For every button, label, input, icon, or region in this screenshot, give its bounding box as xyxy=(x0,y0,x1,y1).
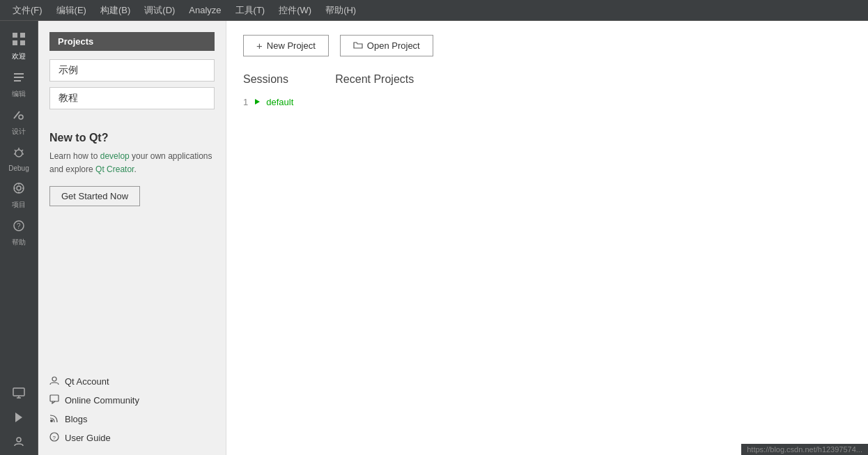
svg-point-16 xyxy=(14,183,24,193)
new-project-icon: + xyxy=(256,40,263,52)
svg-point-27 xyxy=(17,438,21,442)
menubar: 文件(F) 编辑(E) 构建(B) 调试(D) Analyze 工具(T) 控件… xyxy=(0,0,868,21)
svg-rect-29 xyxy=(50,395,59,401)
debug-icon xyxy=(13,146,25,162)
sidebar-item-debug[interactable]: Debug xyxy=(1,142,36,176)
menu-help[interactable]: 帮助(H) xyxy=(318,1,363,20)
right-panel: + New Project Open Project Sessions xyxy=(226,21,868,455)
qt-creator-link[interactable]: Qt Creator xyxy=(95,164,134,174)
svg-rect-23 xyxy=(13,388,24,396)
svg-text:?: ? xyxy=(17,222,21,230)
link-user-guide[interactable]: ? User Guide xyxy=(49,432,215,444)
session-name[interactable]: default xyxy=(266,97,293,107)
sidebar-item-project[interactable]: 项目 xyxy=(1,178,36,214)
sidebar-item-help[interactable]: ? 帮助 xyxy=(1,215,36,252)
open-project-icon xyxy=(353,40,363,51)
menu-analyze[interactable]: Analyze xyxy=(182,2,228,18)
svg-rect-2 xyxy=(13,40,17,45)
open-project-button[interactable]: Open Project xyxy=(340,35,433,56)
svg-line-12 xyxy=(22,150,23,151)
sidebar-item-design[interactable]: 设计 xyxy=(1,105,36,141)
left-panel: Projects 示例 教程 New to Qt? Learn how to d… xyxy=(38,21,226,455)
status-bar: https://blog.csdn.net/h12397574... xyxy=(741,444,868,455)
main-layout: 欢迎 编辑 设计 xyxy=(0,21,868,455)
run-icon xyxy=(14,412,24,426)
user-icon xyxy=(13,436,24,451)
link-qt-account[interactable]: Qt Account xyxy=(49,376,215,387)
monitor-icon xyxy=(13,387,25,402)
icon-sidebar: 欢迎 编辑 设计 xyxy=(0,21,38,455)
svg-rect-3 xyxy=(20,40,25,45)
svg-point-15 xyxy=(17,186,21,190)
sidebar-item-welcome[interactable]: 欢迎 xyxy=(1,28,36,65)
new-to-qt-section: New to Qt? Learn how to develop your own… xyxy=(49,132,215,206)
sidebar-item-run[interactable] xyxy=(1,408,36,431)
new-project-label: New Project xyxy=(267,40,316,51)
design-label: 设计 xyxy=(12,127,26,137)
menu-edit[interactable]: 编辑(E) xyxy=(49,1,93,20)
project-label: 项目 xyxy=(12,200,26,210)
projects-header: Projects xyxy=(49,32,215,51)
svg-marker-33 xyxy=(255,99,260,105)
menu-build[interactable]: 构建(B) xyxy=(93,1,137,20)
recent-projects-title: Recent Projects xyxy=(335,73,414,86)
new-to-qt-title: New to Qt? xyxy=(49,132,215,144)
sessions-section: Sessions 1 default xyxy=(243,73,293,110)
svg-rect-6 xyxy=(14,80,21,82)
svg-marker-26 xyxy=(15,412,22,422)
session-item: 1 default xyxy=(243,94,293,110)
right-top-actions: + New Project Open Project xyxy=(243,35,851,56)
svg-rect-1 xyxy=(20,33,25,38)
blogs-label: Blogs xyxy=(65,414,88,424)
project-icon xyxy=(13,182,25,198)
links-section: Qt Account Online Community xyxy=(49,362,215,444)
debug-label: Debug xyxy=(8,164,29,172)
recent-projects-section: Recent Projects xyxy=(335,73,414,110)
online-community-icon xyxy=(49,394,59,406)
svg-point-8 xyxy=(19,115,23,119)
svg-rect-0 xyxy=(13,33,17,38)
content-area: Projects 示例 教程 New to Qt? Learn how to d… xyxy=(38,21,868,455)
sidebar-item-monitor[interactable] xyxy=(1,383,36,406)
svg-rect-5 xyxy=(14,77,24,78)
status-url: https://blog.csdn.net/h12397574... xyxy=(747,445,862,454)
sections-row: Sessions 1 default Recent Projects xyxy=(243,73,851,110)
edit-icon xyxy=(13,71,25,87)
svg-line-11 xyxy=(15,150,16,151)
blogs-icon xyxy=(49,413,59,425)
welcome-label: 欢迎 xyxy=(12,52,26,61)
help-icon: ? xyxy=(13,219,25,236)
svg-point-28 xyxy=(52,377,56,381)
svg-text:?: ? xyxy=(53,435,56,441)
sessions-title: Sessions xyxy=(243,73,293,86)
user-guide-icon: ? xyxy=(49,432,59,444)
open-project-label: Open Project xyxy=(367,40,420,51)
qt-account-icon xyxy=(49,376,59,387)
sidebar-item-edit[interactable]: 编辑 xyxy=(1,67,36,103)
svg-point-30 xyxy=(50,419,53,422)
get-started-button[interactable]: Get Started Now xyxy=(49,186,140,206)
svg-rect-4 xyxy=(14,73,24,75)
menu-file[interactable]: 文件(F) xyxy=(6,1,49,20)
welcome-icon xyxy=(12,32,26,49)
menu-controls[interactable]: 控件(W) xyxy=(272,1,318,20)
sidebar-item-user[interactable] xyxy=(1,432,36,455)
new-project-button[interactable]: + New Project xyxy=(243,35,329,56)
develop-link[interactable]: develop xyxy=(100,151,130,161)
design-icon xyxy=(13,109,25,125)
menu-tools[interactable]: 工具(T) xyxy=(228,1,272,20)
link-blogs[interactable]: Blogs xyxy=(49,413,215,425)
new-to-qt-desc: Learn how to develop your own applicatio… xyxy=(49,150,215,176)
menu-debug[interactable]: 调试(D) xyxy=(137,1,182,20)
session-play-icon xyxy=(254,98,261,107)
help-label: 帮助 xyxy=(12,238,26,247)
project-item-tutorials[interactable]: 教程 xyxy=(49,87,215,109)
project-item-examples[interactable]: 示例 xyxy=(49,59,215,82)
qt-account-label: Qt Account xyxy=(65,376,109,387)
link-online-community[interactable]: Online Community xyxy=(49,394,215,406)
online-community-label: Online Community xyxy=(65,395,139,406)
user-guide-label: User Guide xyxy=(65,433,111,443)
session-number: 1 xyxy=(243,97,248,107)
edit-label: 编辑 xyxy=(12,89,26,99)
